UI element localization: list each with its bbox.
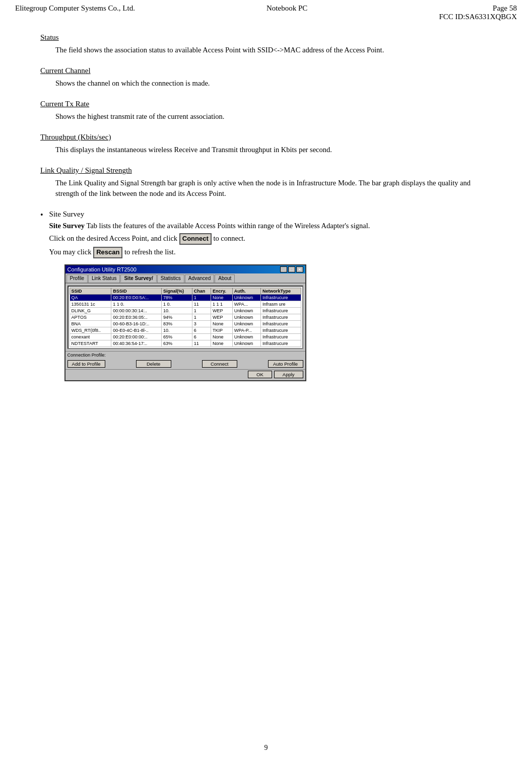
table-cell: Infrastrucure — [261, 321, 301, 327]
table-cell: APTOS — [70, 314, 111, 321]
tab-about[interactable]: About — [215, 274, 235, 283]
table-cell: 1 0. — [162, 301, 192, 308]
section-body-linkquality: The Link Quality and Signal Strength bar… — [55, 178, 492, 199]
window-statusbar: Connection Profile: — [65, 351, 305, 359]
table-cell: WDS_RT(0f8.. — [70, 327, 111, 334]
table-cell: 00:00:00:30:14:.. — [111, 308, 162, 314]
table-cell: Infrasm ure — [261, 301, 301, 308]
table-cell: 3 — [192, 321, 211, 327]
footer-page-number: 9 — [264, 744, 268, 751]
window-ok-area: OK Apply — [65, 369, 305, 380]
connect-button[interactable]: Connect — [202, 360, 237, 368]
page-header: Elitegroup Computer Systems Co., Ltd. No… — [0, 0, 532, 23]
tab-site-survey[interactable]: Site Survey/ — [120, 274, 156, 283]
table-cell: 00:20:E0:D0:5A:.. — [111, 295, 162, 301]
minimize-button[interactable]: _ — [280, 266, 287, 272]
table-row[interactable]: WDS_RT(0f8..00-E0-4C-B1-8l-..10.6TKIPWPA… — [70, 327, 301, 334]
section-linkquality: Link Quality / Signal Strength The Link … — [40, 166, 492, 199]
table-header: SSID BSSID Signal(%) Chan Encry. Auth. N… — [70, 288, 301, 295]
table-cell: Unknown — [232, 295, 260, 301]
section-title-linkquality: Link Quality / Signal Strength — [40, 166, 492, 175]
bullet-body1-text: Tab lists the features of the available … — [86, 222, 370, 230]
table-cell: 00-60-B3-16-1D:.. — [111, 321, 162, 327]
maximize-button[interactable]: □ — [288, 266, 295, 272]
tab-link-status[interactable]: Link Status — [88, 274, 120, 283]
table-cell: conexant — [70, 334, 111, 340]
table-cell: WEP — [211, 308, 233, 314]
window-action-buttons: Add to Profile Delete Connect Auto Profi… — [65, 359, 305, 369]
table-cell: 00:20:E0:36:05:.. — [111, 314, 162, 321]
table-row[interactable]: NDTESTART00:40:36:54-17:..63%11NoneUnkno… — [70, 340, 301, 347]
window-controls: _ □ × — [280, 266, 303, 272]
rescan-inline-button[interactable]: Rescan — [93, 247, 122, 258]
delete-button[interactable]: Delete — [136, 360, 171, 368]
window-title: Configuration Utility RT2500 — [68, 266, 137, 272]
table-cell: 1 — [192, 314, 211, 321]
table-cell: 00:20:E0:00:00:.. — [111, 334, 162, 340]
table-cell: Infrastrucure — [261, 340, 301, 347]
window-body: SSID BSSID Signal(%) Chan Encry. Auth. N… — [68, 286, 303, 349]
table-cell: 10. — [162, 327, 192, 334]
fcc-id: FCC ID:SA6331XQBGX — [439, 13, 517, 21]
connect-inline-button[interactable]: Connect — [179, 233, 212, 245]
table-cell: Unknown — [232, 308, 260, 314]
table-cell: 1 1 0. — [111, 301, 162, 308]
table-cell: 00-E0-4C-B1-8l-.. — [111, 327, 162, 334]
table-cell: WPA... — [232, 301, 260, 308]
table-row[interactable]: BNA00-60-B3-16-1D:..83%3NoneUnknownInfra… — [70, 321, 301, 327]
section-body-txrate: Shows the highest transmit rate of the c… — [55, 111, 492, 122]
col-ssid: SSID — [70, 288, 111, 295]
table-cell: DLINK_G — [70, 308, 111, 314]
bullet-body3: You may click Rescan to refresh the list… — [49, 247, 492, 258]
table-cell: 63% — [162, 340, 192, 347]
bullet-body3-post: to refresh the list. — [122, 248, 175, 256]
table-cell: None — [211, 321, 233, 327]
window-titlebar: Configuration Utility RT2500 _ □ × — [65, 265, 305, 273]
table-body: QA00:20:E0:D0:5A:..78%1NoneUnknownInfras… — [70, 295, 301, 347]
table-cell: 6 — [192, 334, 211, 340]
tab-statistics[interactable]: Statistics — [157, 274, 184, 283]
bullet-body2-post: to connect. — [212, 234, 245, 242]
table-cell: 78% — [162, 295, 192, 301]
table-row[interactable]: conexant00:20:E0:00:00:..65%6NoneUnknown… — [70, 334, 301, 340]
tab-profile[interactable]: Profile — [66, 274, 88, 283]
table-cell: 65% — [162, 334, 192, 340]
table-cell: Infrastrucure — [261, 308, 301, 314]
bullet-site-survey: • Site Survey Site Survey Tab lists the … — [40, 210, 492, 381]
table-row[interactable]: 1350131 1c1 1 0.1 0.111 1 1WPA...Infrasm… — [70, 301, 301, 308]
table-cell: Unknown — [232, 321, 260, 327]
table-container: SSID BSSID Signal(%) Chan Encry. Auth. N… — [70, 288, 301, 347]
add-profile-button[interactable]: Add to Profile — [68, 360, 105, 368]
table-header-row: SSID BSSID Signal(%) Chan Encry. Auth. N… — [70, 288, 301, 295]
table-cell: 1 — [192, 308, 211, 314]
close-button[interactable]: × — [296, 266, 303, 272]
table-cell: 1 — [192, 295, 211, 301]
section-title-txrate: Current Tx Rate — [40, 100, 492, 108]
bullet-body2-pre: Click on the desired Access Point, and c… — [49, 234, 179, 242]
main-content: Status The field shows the association s… — [0, 23, 532, 406]
bullet-dot: • — [40, 211, 43, 220]
table-row[interactable]: DLINK_G00:00:00:30:14:..10.1WEPUnknownIn… — [70, 308, 301, 314]
table-row[interactable]: QA00:20:E0:D0:5A:..78%1NoneUnknownInfras… — [70, 295, 301, 301]
col-network-type: NetworkType — [261, 288, 301, 295]
table-cell: Unknown — [232, 340, 260, 347]
table-cell: None — [211, 295, 233, 301]
table-cell: WEP — [211, 314, 233, 321]
col-auth: Auth. — [232, 288, 260, 295]
table-cell: 1350131 1c — [70, 301, 111, 308]
ok-button[interactable]: OK — [248, 371, 272, 378]
table-cell: 6 — [192, 327, 211, 334]
section-title-throughput: Throughput (Kbits/sec) — [40, 133, 492, 142]
bullet-body2: Click on the desired Access Point, and c… — [49, 233, 492, 245]
apply-button[interactable]: Apply — [274, 371, 303, 378]
table-cell: 00:40:36:54-17:.. — [111, 340, 162, 347]
table-row[interactable]: APTOS00:20:E0:36:05:..94%1WEPUnknownInfr… — [70, 314, 301, 321]
section-body-status: The field shows the association status t… — [55, 45, 492, 55]
fcc-id-area: Page 58 FCC ID:SA6331XQBGX — [439, 4, 517, 21]
table-cell: BNA — [70, 321, 111, 327]
table-cell: Unknown — [232, 314, 260, 321]
col-encry: Encry. — [211, 288, 233, 295]
section-channel: Current Channel Shows the channel on whi… — [40, 66, 492, 89]
tab-advanced[interactable]: Advanced — [185, 274, 214, 283]
auto-profile-button[interactable]: Auto Profile — [268, 360, 303, 368]
